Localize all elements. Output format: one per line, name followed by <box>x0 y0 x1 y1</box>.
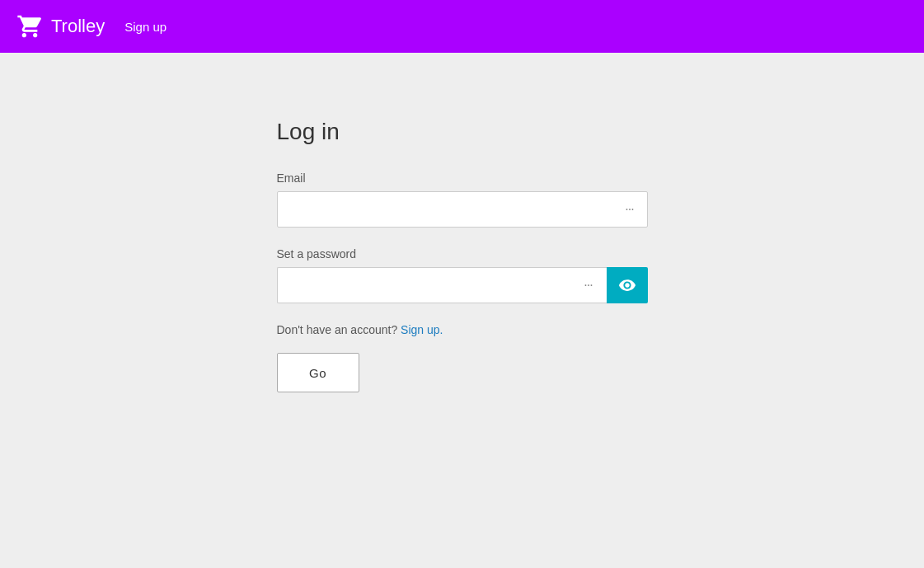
form-title: Log in <box>277 119 648 145</box>
email-input[interactable] <box>277 191 648 228</box>
nav-signup-link[interactable]: Sign up <box>124 20 167 34</box>
cart-icon <box>16 13 43 40</box>
password-input[interactable] <box>277 267 607 303</box>
go-button[interactable]: Go <box>277 353 359 392</box>
email-label: Email <box>277 171 648 185</box>
password-input-area: ··· <box>277 267 607 303</box>
eye-icon <box>618 276 636 294</box>
main-content: Log in Email ··· Set a password ··· <box>0 53 924 392</box>
email-field-group: Email ··· <box>277 171 648 228</box>
password-label: Set a password <box>277 247 648 261</box>
email-input-wrapper: ··· <box>277 191 648 228</box>
password-input-wrapper: ··· <box>277 267 648 303</box>
login-form-container: Log in Email ··· Set a password ··· <box>277 119 648 392</box>
password-field-group: Set a password ··· <box>277 247 648 303</box>
brand-title: Trolley <box>51 16 105 37</box>
navbar: Trolley Sign up <box>0 0 924 53</box>
brand-link[interactable]: Trolley <box>16 13 105 40</box>
signup-prompt: Don't have an account? Sign up. <box>277 323 648 336</box>
toggle-password-button[interactable] <box>607 267 648 303</box>
signup-link[interactable]: Sign up. <box>401 323 443 336</box>
